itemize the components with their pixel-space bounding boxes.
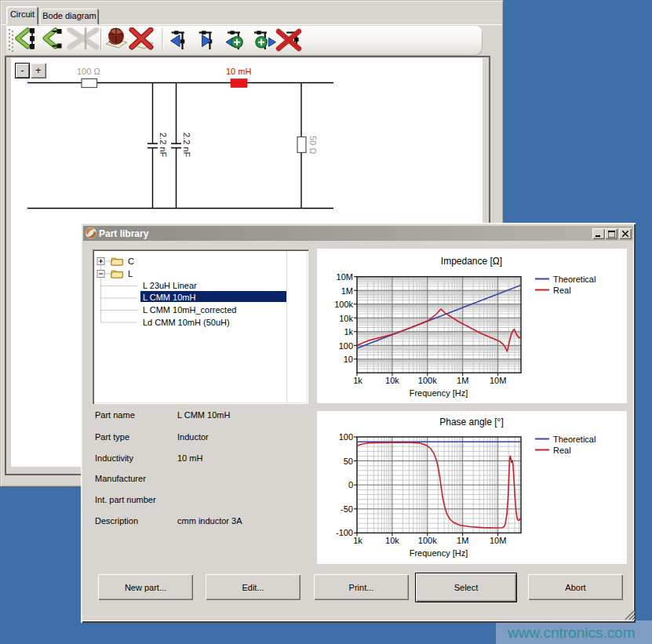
svg-text:Theoretical: Theoretical: [553, 435, 596, 444]
svg-text:-50: -50: [341, 504, 353, 514]
svg-text:Real: Real: [553, 446, 571, 455]
svg-text:Frequency [Hz]: Frequency [Hz]: [410, 548, 468, 558]
svg-text:100k: 100k: [418, 376, 437, 385]
svg-text:1M: 1M: [341, 286, 353, 296]
svg-text:100: 100: [339, 432, 353, 442]
svg-text:1M: 1M: [457, 376, 468, 385]
svg-text:Impedance [Ω]: Impedance [Ω]: [441, 256, 502, 267]
svg-text:10M: 10M: [490, 536, 506, 545]
svg-text:10: 10: [344, 355, 353, 364]
svg-text:100k: 100k: [418, 536, 437, 545]
svg-text:10M: 10M: [490, 376, 506, 385]
svg-text:100 Ω: 100 Ω: [77, 67, 100, 76]
svg-text:10k: 10k: [385, 376, 399, 385]
svg-text:Theoretical: Theoretical: [553, 275, 596, 284]
svg-text:1k: 1k: [344, 327, 353, 337]
svg-text:2.2 nF: 2.2 nF: [182, 133, 191, 157]
svg-text:100: 100: [339, 341, 353, 351]
svg-text:Frequency [Hz]: Frequency [Hz]: [410, 388, 468, 398]
svg-text:-100: -100: [336, 528, 353, 537]
svg-text:50 Ω: 50 Ω: [308, 136, 318, 155]
svg-text:50: 50: [344, 457, 353, 466]
svg-text:1k: 1k: [353, 536, 362, 545]
svg-text:2.2 nF: 2.2 nF: [158, 133, 168, 157]
svg-text:10M: 10M: [337, 272, 353, 282]
svg-text:0: 0: [348, 480, 353, 489]
svg-text:10k: 10k: [385, 536, 399, 545]
svg-text:100k: 100k: [334, 300, 353, 309]
svg-text:Phase angle [°]: Phase angle [°]: [439, 417, 504, 428]
svg-text:1M: 1M: [457, 536, 468, 545]
svg-text:10 mH: 10 mH: [226, 67, 251, 76]
svg-text:Real: Real: [553, 286, 571, 295]
svg-text:1k: 1k: [353, 376, 362, 385]
svg-text:10k: 10k: [339, 314, 353, 323]
